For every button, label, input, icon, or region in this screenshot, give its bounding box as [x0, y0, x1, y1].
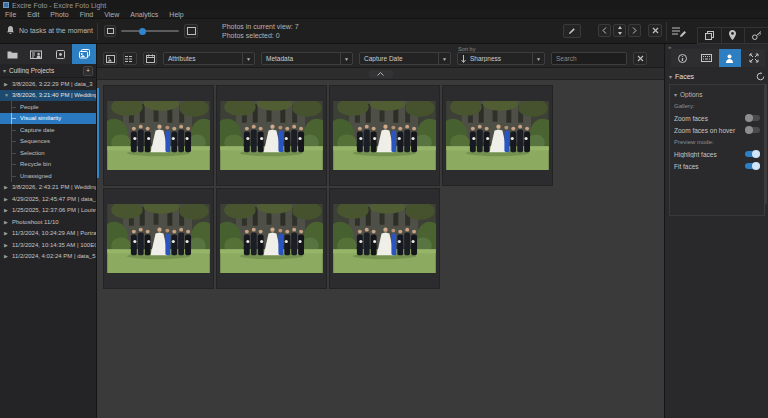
- navigate-up-down-button[interactable]: [613, 24, 626, 37]
- menu-item-photo[interactable]: Photo: [50, 11, 68, 18]
- pencil-icon: [568, 27, 576, 35]
- find-duplicates-button[interactable]: [697, 27, 721, 43]
- chevron-right-icon[interactable]: ▶: [4, 230, 9, 236]
- menu-item-view[interactable]: View: [104, 11, 119, 18]
- faces-header: ▾ Faces: [669, 70, 765, 83]
- tab-folders[interactable]: [0, 44, 24, 64]
- chevron-right-icon[interactable]: ▶: [4, 184, 9, 190]
- sidebar-tabs: [0, 44, 96, 64]
- photo-thumbnail[interactable]: [216, 85, 327, 186]
- chevron-right-icon[interactable]: ▶: [4, 219, 9, 225]
- chevron-right-icon[interactable]: ▶: [4, 242, 9, 248]
- highlight-faces-toggle[interactable]: [745, 151, 760, 157]
- options-header[interactable]: ▾ Options: [674, 88, 760, 100]
- menu-item-find[interactable]: Find: [80, 11, 94, 18]
- find-by-location-button[interactable]: [721, 27, 745, 43]
- attributes-filter-dropdown[interactable]: Attributes ▼: [163, 52, 255, 65]
- chevron-right-icon[interactable]: ▶: [4, 207, 9, 213]
- chevron-right-icon[interactable]: ▶: [4, 196, 9, 202]
- project-tree-item[interactable]: ▶4/29/2025, 12:45:47 PM | data_41: [0, 193, 96, 205]
- edit-button[interactable]: [563, 24, 581, 38]
- faces-panel-scrollbar[interactable]: [765, 84, 767, 204]
- fit-faces-row: Fit faces: [674, 160, 760, 172]
- project-tree-item[interactable]: ▶3/8/2026, 3:22:29 PM | data_3: [0, 78, 96, 90]
- zoom-in-thumbnail-icon[interactable]: [184, 24, 198, 38]
- chevron-down-icon[interactable]: ▼: [242, 53, 254, 64]
- project-tree-item[interactable]: ▶1/25/2025, 12:37:06 PM | Louisville ...: [0, 205, 96, 217]
- clear-filters-button[interactable]: [633, 52, 647, 65]
- search-input[interactable]: [551, 52, 627, 65]
- faces-panel-collapse-handle[interactable]: »: [668, 44, 670, 50]
- next-photo-button[interactable]: [628, 24, 641, 37]
- wedding-photo: [220, 204, 323, 273]
- project-subitem-people[interactable]: People: [0, 101, 96, 113]
- grid-scrollbar[interactable]: [97, 88, 99, 178]
- tab-fullscreen[interactable]: [742, 49, 765, 67]
- project-tree-item[interactable]: ▼3/8/2026, 3:21:40 PM | WeddingDS-1...: [0, 90, 96, 102]
- project-subitem-visual-similarity[interactable]: Visual similarity: [0, 113, 96, 125]
- chevron-down-icon[interactable]: ▾: [3, 67, 6, 74]
- chevron-right-icon[interactable]: ▶: [4, 253, 9, 259]
- chevron-right-icon[interactable]: ▶: [4, 81, 9, 87]
- photo-thumbnail[interactable]: [329, 85, 440, 186]
- highlight-faces-row: Highlight faces: [674, 148, 760, 160]
- capture-date-filter-dropdown[interactable]: Capture Date ▼: [359, 52, 451, 65]
- thumbnail-zoom-slider[interactable]: [121, 30, 179, 32]
- tab-keyboard[interactable]: [695, 49, 718, 67]
- chevron-down-icon[interactable]: ▼: [340, 53, 352, 64]
- photo-thumbnail[interactable]: [329, 188, 440, 289]
- view-thumbnails-button[interactable]: [103, 52, 117, 65]
- right-panel-tabs: [671, 49, 765, 67]
- sort-by-dropdown[interactable]: Sharpness ▼: [457, 52, 545, 65]
- menu-item-edit[interactable]: Edit: [27, 11, 39, 18]
- chevron-down-icon[interactable]: ▼: [532, 53, 544, 64]
- sidebar-collapse-handle[interactable]: »: [85, 28, 87, 34]
- chevron-down-icon[interactable]: ▼: [4, 92, 9, 98]
- tab-albums[interactable]: [24, 44, 48, 64]
- chevron-down-icon[interactable]: ▼: [438, 53, 450, 64]
- edit-list-button[interactable]: [672, 26, 686, 38]
- add-project-button[interactable]: +: [83, 66, 93, 76]
- zoom-faces-on-hover-toggle[interactable]: [745, 127, 760, 133]
- show-raw-pairs-button[interactable]: [123, 52, 137, 65]
- project-subitem-sequences[interactable]: Sequences: [0, 136, 96, 148]
- photos-in-view-status: Photos in current view: 7: [222, 23, 299, 30]
- fit-faces-toggle[interactable]: [745, 163, 760, 169]
- project-subitem-recycle-bin[interactable]: Recycle bin: [0, 159, 96, 171]
- find-by-keyword-button[interactable]: [744, 27, 768, 43]
- project-tree-item[interactable]: ▶3/8/2026, 2:43:21 PM | WeddingDS-1...: [0, 182, 96, 194]
- slider-thumb[interactable]: [139, 28, 146, 35]
- close-view-button[interactable]: [648, 24, 662, 37]
- photo-thumbnail[interactable]: [103, 188, 214, 289]
- tab-culling-projects[interactable]: [72, 44, 96, 64]
- menu-item-help[interactable]: Help: [169, 11, 183, 18]
- tab-faces[interactable]: [719, 49, 742, 67]
- project-subitem-capture-date[interactable]: Capture date: [0, 124, 96, 136]
- collapse-filterbar-button[interactable]: [369, 70, 393, 78]
- project-tree-item[interactable]: ▶Photoshoot 11/10: [0, 216, 96, 228]
- photo-thumbnail[interactable]: [442, 85, 553, 186]
- photo-thumbnail[interactable]: [103, 85, 214, 186]
- project-tree-item[interactable]: ▶11/3/2024, 10:14:35 AM | 100EOS_R: [0, 239, 96, 251]
- project-subitem-unassigned[interactable]: Unassigned: [0, 170, 96, 182]
- project-subitem-selection[interactable]: Selection: [0, 147, 96, 159]
- wedding-photo: [107, 204, 210, 273]
- project-tree-item[interactable]: ▶11/3/2024, 10:24:29 AM | Portrait Test: [0, 228, 96, 240]
- tab-keywords[interactable]: [48, 44, 72, 64]
- calendar-view-button[interactable]: [143, 52, 157, 65]
- sidebar-header: ▾ Culling Projects +: [0, 64, 96, 78]
- refresh-faces-button[interactable]: [756, 72, 765, 81]
- previous-photo-button[interactable]: [598, 24, 611, 37]
- zoom-out-thumbnail-icon[interactable]: [104, 25, 116, 37]
- calendar-icon: [146, 54, 155, 63]
- zoom-faces-toggle[interactable]: [745, 115, 760, 121]
- photo-thumbnail[interactable]: [216, 188, 327, 289]
- menu-item-analytics[interactable]: Analytics: [130, 11, 158, 18]
- key-icon: [752, 31, 762, 40]
- photo-stack-icon: [79, 49, 90, 59]
- tab-info[interactable]: [671, 49, 694, 67]
- metadata-filter-dropdown[interactable]: Metadata ▼: [261, 52, 353, 65]
- project-tree-item[interactable]: ▶11/2/2024, 4:02:24 PM | data_5: [0, 251, 96, 263]
- chevron-down-icon[interactable]: ▾: [669, 73, 672, 80]
- menu-item-file[interactable]: File: [5, 11, 16, 18]
